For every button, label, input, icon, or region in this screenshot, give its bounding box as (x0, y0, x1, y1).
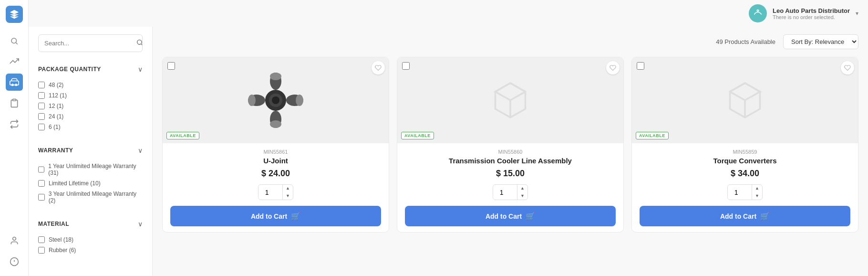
quantity-input-1[interactable]: ▲ ▼ (258, 184, 293, 200)
checkbox-24[interactable] (38, 113, 45, 120)
search-icon (136, 39, 143, 46)
checkbox-3yr[interactable] (38, 194, 45, 201)
package-quantity-toggle[interactable]: ∨ (138, 65, 143, 73)
filter-option-24[interactable]: 24 (1) (38, 111, 143, 122)
product-wishlist-3[interactable] (841, 61, 854, 74)
material-header[interactable]: MATERIAL ∨ (38, 216, 143, 232)
product-grid: AVAILABLE MIN55861 U-Joint $ 24.00 ▲ ▼ (162, 57, 858, 233)
filter-option-lifetime[interactable]: Limited Lifetime (10) (38, 178, 143, 189)
repeat-icon (10, 119, 19, 129)
checkbox-lifetime[interactable] (38, 180, 45, 187)
quantity-field-2[interactable] (493, 186, 517, 199)
product-placeholder-image-2 (489, 79, 532, 122)
user-menu-chevron[interactable]: ▾ (856, 10, 858, 17)
filter-option-1yr[interactable]: 1 Year Unlimited Mileage Warranty (31) (38, 161, 143, 178)
warranty-toggle[interactable]: ∨ (138, 147, 143, 154)
car-icon (10, 77, 19, 87)
filter-option-6[interactable]: 6 (1) (38, 122, 143, 132)
add-to-cart-label-2: Add to Cart (486, 212, 522, 220)
product-wishlist-2[interactable] (606, 61, 620, 74)
user-name: Leo Auto Parts Distributor (773, 7, 850, 14)
product-image-container-1: AVAILABLE (163, 57, 389, 143)
product-price-2: $ 15.00 (405, 169, 616, 179)
qty-down-1[interactable]: ▼ (283, 192, 293, 200)
availability-badge-3: AVAILABLE (636, 132, 669, 139)
add-to-cart-label-3: Add to Cart (720, 212, 756, 220)
qty-down-2[interactable]: ▼ (517, 192, 527, 200)
package-quantity-header[interactable]: PACKAGE QUANTITY ∨ (38, 62, 143, 77)
label-steel: Steel (18) (49, 236, 73, 243)
qty-up-3[interactable]: ▲ (752, 185, 762, 192)
heart-icon-3 (844, 64, 851, 71)
product-image-container-3: AVAILABLE (632, 57, 858, 143)
product-sku-3: MIN55859 (640, 149, 850, 155)
left-navigation (0, 0, 29, 276)
search-icon (10, 37, 19, 45)
clipboard-icon (10, 98, 19, 108)
filter-option-112[interactable]: 112 (1) (38, 90, 143, 101)
sidebar-item-returns[interactable] (6, 116, 23, 133)
main-content: Leo Auto Parts Distributor There is no o… (29, 0, 868, 276)
checkbox-1yr[interactable] (38, 166, 44, 173)
sidebar-item-alerts[interactable] (6, 253, 23, 270)
warranty-filter: WARRANTY ∨ 1 Year Unlimited Mileage Warr… (38, 143, 143, 209)
filter-option-rubber[interactable]: Rubber (6) (38, 245, 143, 255)
svg-line-12 (141, 44, 143, 45)
qty-up-2[interactable]: ▲ (517, 185, 527, 192)
sidebar-item-customers[interactable] (6, 232, 23, 249)
app-logo[interactable] (6, 6, 23, 23)
filter-option-48[interactable]: 48 (2) (38, 80, 143, 90)
quantity-row-1: ▲ ▼ (170, 184, 381, 200)
material-toggle[interactable]: ∨ (138, 220, 143, 228)
svg-point-19 (270, 120, 281, 128)
filter-option-steel[interactable]: Steel (18) (38, 234, 143, 245)
product-name-1: U-Joint (170, 157, 381, 165)
package-quantity-options: 48 (2) 112 (1) 12 (1) 24 (1) (38, 77, 143, 135)
product-select-3[interactable] (637, 62, 644, 70)
sidebar-item-orders[interactable] (6, 95, 23, 112)
sidebar-item-analytics[interactable] (6, 53, 23, 70)
filter-option-12[interactable]: 12 (1) (38, 101, 143, 111)
add-to-cart-button-2[interactable]: Add to Cart 🛒 (405, 206, 616, 226)
svg-marker-25 (496, 83, 526, 100)
add-to-cart-button-3[interactable]: Add to Cart 🛒 (640, 206, 850, 226)
search-bar[interactable] (38, 34, 143, 52)
heart-icon-2 (610, 64, 616, 71)
svg-point-21 (296, 95, 303, 106)
svg-point-11 (137, 40, 142, 44)
qty-arrows-1: ▲ ▼ (282, 185, 293, 200)
svg-point-0 (11, 38, 17, 43)
checkbox-6[interactable] (38, 124, 45, 130)
products-count: 49 Products Available (716, 38, 775, 45)
svg-rect-2 (10, 81, 18, 85)
checkbox-12[interactable] (38, 103, 45, 109)
add-to-cart-button-1[interactable]: Add to Cart 🛒 (170, 206, 381, 226)
material-options: Steel (18) Rubber (6) (38, 232, 143, 258)
svg-rect-5 (12, 99, 16, 101)
checkbox-rubber[interactable] (38, 247, 45, 254)
qty-up-1[interactable]: ▲ (283, 185, 293, 192)
warranty-header[interactable]: WARRANTY ∨ (38, 143, 143, 158)
user-info: Leo Auto Parts Distributor There is no o… (773, 7, 850, 20)
search-button[interactable] (130, 35, 143, 52)
product-select-2[interactable] (402, 62, 410, 70)
product-select-1[interactable] (167, 62, 175, 70)
search-input[interactable] (39, 35, 130, 51)
quantity-input-2[interactable]: ▲ ▼ (493, 184, 528, 200)
nav-search-button[interactable] (6, 32, 23, 50)
quantity-field-3[interactable] (728, 186, 752, 199)
qty-down-3[interactable]: ▼ (752, 192, 762, 200)
filter-option-3yr[interactable]: 3 Year Unlimited Mileage Warranty (2) (38, 189, 143, 206)
checkbox-48[interactable] (38, 82, 45, 88)
sidebar-item-parts[interactable] (6, 74, 23, 91)
product-wishlist-1[interactable] (372, 61, 385, 74)
sort-select[interactable]: Sort By: Relevance Price: Low to High Pr… (783, 34, 858, 49)
qty-arrows-3: ▲ ▼ (752, 185, 762, 200)
label-3yr: 3 Year Unlimited Mileage Warranty (2) (49, 191, 143, 204)
checkbox-steel[interactable] (38, 236, 45, 243)
cart-icon-1: 🛒 (291, 212, 300, 221)
user-circle-icon (10, 236, 19, 245)
quantity-input-3[interactable]: ▲ ▼ (727, 184, 763, 200)
checkbox-112[interactable] (38, 92, 45, 99)
quantity-field-1[interactable] (258, 186, 282, 199)
